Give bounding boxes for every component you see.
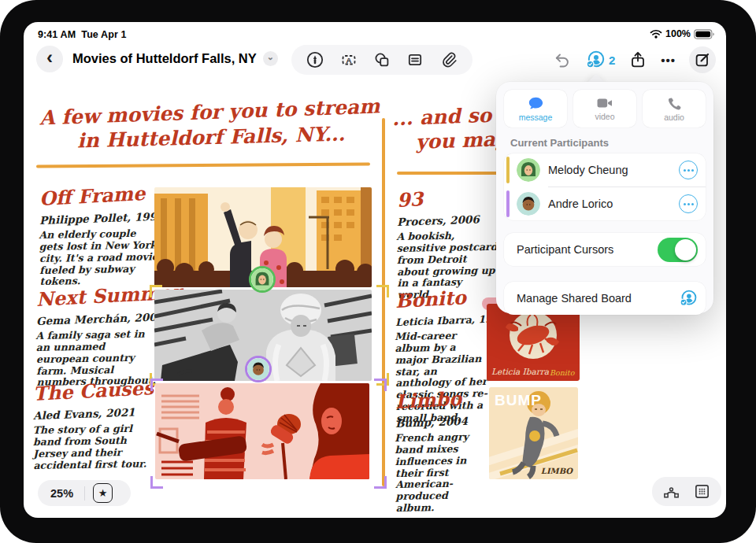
album-cover-limbo[interactable]: BUMP LIMBO: [489, 387, 578, 479]
share-icon[interactable]: [628, 50, 647, 69]
svg-text:A: A: [346, 56, 351, 65]
video-camera-icon: [596, 96, 613, 110]
draw-tool-button[interactable]: [306, 50, 324, 69]
movie-note-next-summer[interactable]: Next Summer Gema Merchán, 2002 A family …: [36, 288, 161, 389]
video-button[interactable]: video: [573, 90, 636, 127]
phone-icon: [667, 96, 682, 111]
pill-divider: [84, 486, 85, 501]
participant-color-bar: [506, 157, 510, 183]
video-label: video: [595, 112, 614, 121]
ipad-frame: 9:41 AM Tue Apr 1 100% ‹ Movies of Hutte…: [0, 0, 756, 543]
cover-title-text: Bonito: [550, 368, 574, 377]
message-label: message: [519, 113, 553, 122]
avatar: [517, 158, 540, 182]
connector-lines-button[interactable]: [662, 482, 680, 501]
favorite-star-button[interactable]: ★: [93, 483, 113, 503]
new-board-button[interactable]: [689, 46, 716, 73]
back-chevron-icon: ‹: [46, 46, 53, 68]
movie-byline: Aled Evans, 2021: [33, 404, 159, 422]
battery-percent: 100%: [665, 28, 691, 39]
participant-cursors-label: Participant Cursors: [517, 243, 613, 256]
canvas-options: [652, 477, 721, 506]
board-title-menu[interactable]: Movies of Hutteldorf Falls, NY ⌄: [72, 51, 278, 66]
text-tool-button[interactable]: A: [339, 50, 358, 69]
status-bar-left: 9:41 AM Tue Apr 1: [38, 29, 126, 40]
participant-cursor-andre: [245, 356, 272, 382]
date: Tue Apr 1: [81, 29, 126, 40]
manage-shared-board-label: Manage Shared Board: [517, 292, 632, 305]
movie-description: An elderly couple gets lost in New York …: [39, 227, 159, 288]
album-byline: Procers, 2006: [397, 212, 498, 228]
participants-section-header: Current Participants: [510, 137, 713, 149]
cover-label-text: BUMP: [495, 392, 542, 409]
wifi-icon: [650, 29, 662, 39]
participant-cursors-row: Participant Cursors: [504, 233, 706, 266]
chevron-down-icon[interactable]: ⌄: [263, 51, 278, 66]
selection-corner: [374, 379, 387, 391]
manage-shared-board-row[interactable]: Manage Shared Board: [504, 282, 706, 315]
movie-byline: Gema Merchán, 2002: [36, 310, 161, 327]
canvas-heading-right-line2[interactable]: you may: [416, 127, 507, 153]
battery-icon: [694, 29, 715, 39]
album-title: Limbo: [395, 386, 488, 413]
shapes-tool-button[interactable]: [372, 50, 391, 69]
more-options-icon[interactable]: •••: [661, 54, 676, 67]
zoom-level-button[interactable]: 25%: [50, 487, 73, 500]
participant-cursors-toggle[interactable]: [658, 238, 698, 262]
page-title: Movies of Hutteldorf Falls, NY: [72, 51, 257, 66]
movie-note-off-frame[interactable]: Off Frame Philippe Pollet, 1993 An elder…: [39, 187, 159, 288]
album-title: 93: [396, 183, 498, 212]
status-bar-right: 100%: [650, 28, 715, 39]
collaboration-people-icon: [585, 50, 606, 70]
star-icon: ★: [98, 487, 108, 499]
compose-icon: [693, 50, 712, 69]
audio-button[interactable]: audio: [643, 90, 706, 127]
action-toolbar: 2 •••: [553, 45, 716, 75]
participant-row-melody[interactable]: Melody Cheung: [504, 153, 706, 187]
participants-card: Melody Cheung Andre Lorico: [504, 153, 706, 220]
screen: 9:41 AM Tue Apr 1 100% ‹ Movies of Hutte…: [24, 22, 726, 518]
album-byline: Bump, 2004: [395, 414, 488, 430]
movie-description: The story of a girl band from South Jers…: [32, 423, 159, 471]
cover-artist-text: Leticia Ibarra: [491, 367, 549, 376]
album-description: French angry band mixes influences in th…: [395, 431, 489, 515]
clock: 9:41 AM: [38, 29, 76, 40]
zoom-control: 25% ★: [38, 480, 131, 506]
participant-color-bar: [506, 190, 510, 217]
selection-corner: [374, 476, 387, 489]
participant-options-button[interactable]: [679, 194, 698, 213]
insert-toolbar: A: [291, 45, 472, 75]
communication-actions: message video audio: [496, 82, 713, 127]
participant-name: Andre Lorico: [548, 198, 613, 210]
audio-label: audio: [664, 113, 684, 122]
manage-board-people-icon: [679, 289, 698, 308]
cover-title-text: LIMBO: [541, 467, 573, 475]
movie-still-the-causes[interactable]: [155, 383, 369, 479]
grid-select-button[interactable]: [693, 482, 711, 501]
selection-corner: [376, 285, 389, 297]
movie-title: Off Frame: [39, 181, 159, 210]
back-button[interactable]: ‹: [36, 46, 63, 72]
album-note-limbo[interactable]: Limbo Bump, 2004 French angry band mixes…: [395, 390, 488, 515]
toggle-knob: [675, 239, 696, 260]
divider-line-vertical: [382, 118, 385, 486]
selection-corner: [150, 476, 163, 489]
movie-byline: Philippe Pollet, 1993: [39, 210, 159, 227]
selection-corner: [150, 379, 163, 391]
album-cover-bonito[interactable]: Leticia Ibarra Bonito: [487, 304, 580, 381]
collaboration-popover: message video audio Current Participants…: [496, 82, 713, 313]
collaborator-count-badge: 2: [609, 54, 615, 67]
undo-icon[interactable]: [553, 50, 572, 69]
attachment-paperclip-button[interactable]: [439, 50, 458, 69]
canvas-heading-left-line2[interactable]: in Hutteldorf Falls, NY...: [77, 123, 346, 153]
movie-note-the-causes[interactable]: The Causes Aled Evans, 2021 The story of…: [33, 382, 159, 471]
divider-line-left: [36, 163, 370, 168]
collaboration-button[interactable]: 2: [585, 50, 615, 70]
note-tool-button[interactable]: [406, 50, 424, 69]
message-button[interactable]: message: [504, 90, 567, 127]
participant-options-button[interactable]: [679, 161, 698, 179]
canvas-heading-right-line1[interactable]: ... and so: [392, 104, 492, 130]
album-title: Bonito: [395, 285, 490, 312]
selection-corner: [150, 285, 162, 297]
participant-row-andre[interactable]: Andre Lorico: [504, 187, 706, 220]
